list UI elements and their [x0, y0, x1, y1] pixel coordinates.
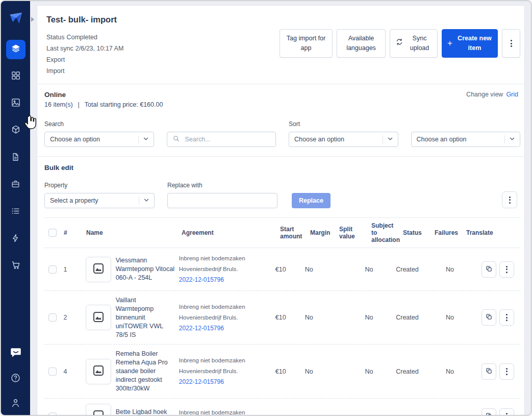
- sidebar-item-documents[interactable]: [6, 148, 26, 167]
- item-thumbnail[interactable]: [86, 359, 111, 384]
- change-view-label: Change view: [466, 91, 503, 98]
- image-placeholder-icon: [92, 311, 105, 325]
- copy-button[interactable]: [482, 261, 496, 278]
- sidebar-item-business[interactable]: [6, 175, 26, 194]
- sidebar-item-inventory[interactable]: [6, 40, 26, 59]
- sidebar-item-automations[interactable]: [6, 229, 26, 249]
- divider: [37, 156, 524, 157]
- column-status: Status: [403, 229, 435, 236]
- sidebar-item-lists[interactable]: [6, 202, 26, 222]
- available-languages-button[interactable]: Available languages: [337, 29, 386, 58]
- column-subject-to-allocation: Subject to allocation: [371, 222, 403, 243]
- property-label: Property: [44, 182, 155, 189]
- item-name-link[interactable]: Vaillant Warmtepomp binnenunit uniTOWER …: [116, 296, 176, 339]
- sidebar-item-orders[interactable]: [6, 256, 26, 276]
- sort-label: Sort: [289, 120, 398, 128]
- import-link[interactable]: Import: [46, 65, 520, 77]
- agreement-line-1: Inbreng niet bodemzaken: [179, 253, 272, 264]
- search-filter-label: Search: [44, 120, 154, 128]
- listing-summary: 16 item(s) | Total starting price: €160.…: [44, 101, 163, 108]
- subject-to-allocation-value: No: [365, 266, 396, 273]
- bulk-edit-menu-button[interactable]: [502, 191, 517, 208]
- chevron-down-icon: [142, 135, 149, 144]
- sidebar-item-chat[interactable]: [6, 344, 26, 363]
- app-logo[interactable]: [7, 10, 24, 28]
- sidebar-bottom: [6, 344, 26, 415]
- grid-view-link[interactable]: Grid: [506, 91, 518, 98]
- row-menu-button[interactable]: [499, 309, 514, 326]
- subject-to-allocation-value: No: [365, 368, 396, 375]
- total-starting-price: Total starting price: €160.00: [85, 101, 163, 108]
- kebab-icon: [506, 368, 508, 375]
- item-thumbnail[interactable]: [86, 404, 111, 415]
- sidebar-item-dashboard[interactable]: [6, 67, 26, 86]
- agreement-number-link[interactable]: 2022-12-015796: [179, 275, 224, 285]
- select-divider: [383, 135, 383, 143]
- search-filter-select[interactable]: Choose an option: [44, 132, 154, 147]
- header-menu-button[interactable]: [502, 29, 520, 58]
- copy-button[interactable]: [482, 309, 496, 326]
- document-icon: [11, 152, 20, 164]
- cart-icon: [11, 260, 21, 272]
- sidebar-item-products[interactable]: [6, 121, 26, 140]
- property-select[interactable]: Select a property: [44, 193, 155, 208]
- item-name-link[interactable]: Viessmann Warmtepomp Vitocal 060-A - 254…: [116, 256, 176, 282]
- column-agreement: Agreement: [182, 229, 280, 236]
- replace-with-input[interactable]: [173, 197, 273, 205]
- row-number: 1: [63, 266, 85, 273]
- sync-upload-label: Sync upload: [407, 34, 432, 54]
- kebab-icon: [506, 314, 508, 321]
- row-checkbox[interactable]: [48, 368, 57, 376]
- row-menu-button[interactable]: [499, 261, 514, 278]
- sidebar-item-account[interactable]: [6, 394, 26, 413]
- sync-icon: [395, 38, 403, 49]
- tag-import-button[interactable]: Tag import for app: [280, 29, 333, 58]
- item-thumbnail[interactable]: [86, 257, 111, 282]
- agreement-number-link[interactable]: 2022-12-015796: [179, 377, 224, 387]
- search-input[interactable]: [184, 135, 272, 143]
- row-menu-button[interactable]: [499, 363, 514, 380]
- sync-upload-button[interactable]: Sync upload: [390, 29, 438, 58]
- copy-button[interactable]: [482, 408, 496, 415]
- table-row: 1 Viessmann Warmtepomp Vitocal 060-A - 2…: [44, 248, 520, 291]
- replace-button[interactable]: Replace: [292, 193, 331, 208]
- search-select-value: Choose an option: [50, 136, 100, 143]
- last-sync-label: Last sync: [46, 45, 73, 52]
- sort-select-1[interactable]: Choose an option: [289, 132, 398, 147]
- last-sync-value: 2/6/23, 10:17 AM: [75, 45, 124, 52]
- row-checkbox[interactable]: [48, 265, 57, 274]
- create-new-item-label: Create new item: [457, 34, 492, 54]
- item-name-link[interactable]: Bette Ligbad hoek Lux V silhouette: [116, 408, 176, 415]
- sort-select-2-value: Choose an option: [417, 136, 467, 143]
- sidebar-item-media[interactable]: [6, 94, 26, 113]
- sidebar-item-help[interactable]: [6, 369, 26, 388]
- search-icon: [172, 135, 180, 144]
- row-menu-button[interactable]: [499, 408, 514, 415]
- item-name-link[interactable]: Remeha Boiler Remeha Aqua Pro staande bo…: [116, 350, 176, 393]
- copy-icon: [485, 412, 493, 415]
- section-title: Online: [44, 91, 163, 99]
- header-actions: Tag import for app Available languages S…: [280, 29, 520, 58]
- status-label: Status: [46, 34, 64, 41]
- table-row: 2 Vaillant Warmtepomp binnenunit uniTOWE…: [44, 291, 520, 345]
- subject-to-allocation-value: No: [365, 314, 396, 321]
- image-placeholder-icon: [92, 364, 105, 378]
- sidebar: [1, 1, 30, 415]
- sort-select-2[interactable]: Choose an option: [411, 132, 521, 147]
- margin-value: No: [305, 314, 334, 321]
- grid-icon: [11, 70, 21, 83]
- search-box[interactable]: [167, 132, 276, 147]
- select-divider: [504, 135, 505, 143]
- agreement-number-link[interactable]: 2022-12-015796: [179, 323, 224, 334]
- change-view: Change viewGrid: [466, 91, 520, 98]
- status-value: Created: [396, 368, 427, 375]
- kebab-icon: [509, 197, 511, 204]
- item-thumbnail[interactable]: [86, 305, 111, 330]
- select-all-checkbox[interactable]: [48, 229, 57, 237]
- row-checkbox[interactable]: [48, 412, 57, 415]
- agreement-line-1: Inbreng niet bodemzaken: [179, 355, 272, 366]
- create-new-item-button[interactable]: + Create new item: [442, 29, 498, 58]
- cube-icon: [11, 125, 21, 137]
- copy-button[interactable]: [482, 363, 496, 380]
- row-checkbox[interactable]: [48, 313, 57, 322]
